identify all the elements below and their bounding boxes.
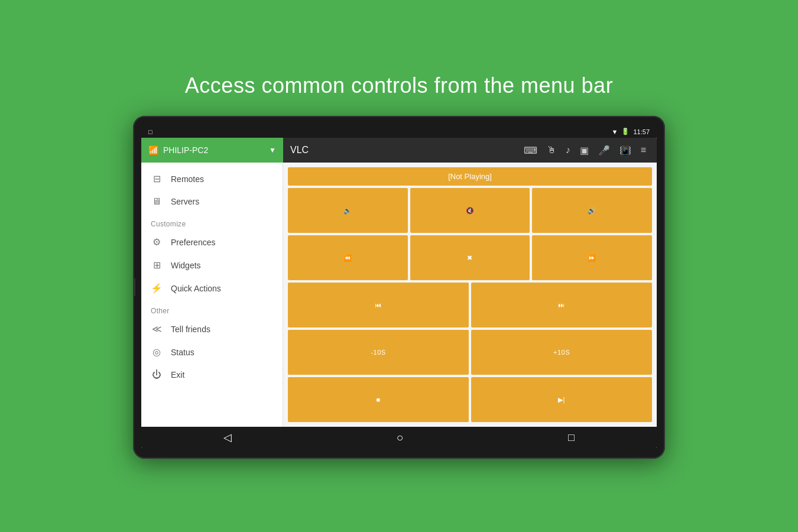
sidebar-item-preferences[interactable]: ⚙ Preferences: [141, 231, 283, 254]
tablet-frame: □ ▼ 🔋 11:57 📶 PHILIP-PC2 ▼ VLC ⌨ 🖱 ♪ ▣ 🎤: [133, 116, 665, 459]
plus10-button[interactable]: +10S: [471, 330, 652, 375]
mic-icon[interactable]: 🎤: [595, 142, 614, 158]
other-header: Other: [141, 300, 283, 317]
next-button[interactable]: ⏭: [471, 283, 652, 327]
remotes-icon: ⊟: [151, 173, 163, 184]
wifi-icon: 📶: [148, 145, 158, 155]
rewind-icon: ⏪: [343, 254, 352, 262]
step-forward-button[interactable]: ▶|: [471, 377, 652, 422]
minus10-button[interactable]: -10S: [288, 330, 469, 375]
mute-icon: 🔇: [466, 207, 475, 215]
app-bar: 📶 PHILIP-PC2 ▼ VLC ⌨ 🖱 ♪ ▣ 🎤 📳 ≡: [141, 138, 657, 163]
sidebar-item-remotes[interactable]: ⊟ Remotes: [141, 167, 283, 190]
mute-button[interactable]: 🔇: [410, 188, 530, 233]
sidebar-item-exit[interactable]: ⏻ Exit: [141, 364, 283, 386]
status-bar-left: □: [148, 128, 153, 135]
skip-row: -10S +10S: [288, 330, 652, 375]
step-forward-icon: ▶|: [558, 396, 565, 404]
volume-row: 🔈 🔇 🔊: [288, 188, 652, 233]
status-bar-right: ▼ 🔋 11:57: [612, 128, 650, 135]
stop-icon: ■: [376, 396, 380, 403]
preferences-icon: ⚙: [151, 236, 163, 248]
server-name[interactable]: PHILIP-PC2: [163, 145, 264, 155]
vibrate-icon[interactable]: 📳: [616, 142, 635, 158]
control-grid: 🔈 🔇 🔊 ⏪: [288, 188, 652, 422]
music-icon[interactable]: ♪: [562, 142, 574, 158]
now-playing-bar: [Not Playing]: [288, 167, 652, 186]
customize-header: Customize: [141, 213, 283, 231]
sidebar-label-status: Status: [171, 348, 194, 357]
app-bar-right: VLC ⌨ 🖱 ♪ ▣ 🎤 📳 ≡: [283, 138, 657, 163]
stop-row: ■ ▶|: [288, 377, 652, 422]
fast-forward-button[interactable]: ⏩: [532, 235, 652, 280]
clock: 11:57: [633, 128, 650, 135]
sidebar-label-remotes: Remotes: [171, 174, 204, 184]
home-button[interactable]: ○: [387, 429, 413, 447]
sidebar-item-tell-friends[interactable]: ≪ Tell friends: [141, 317, 283, 340]
minus10-label: -10S: [371, 349, 385, 356]
app-title: VLC: [290, 145, 518, 155]
vol-down-button[interactable]: 🔈: [288, 188, 408, 233]
main-content: ⊟ Remotes 🖥 Servers Customize ⚙ Preferen…: [141, 163, 657, 427]
battery-indicator: □: [148, 128, 153, 135]
back-button[interactable]: ◁: [214, 429, 241, 446]
sidebar-item-widgets[interactable]: ⊞ Widgets: [141, 254, 283, 277]
servers-icon: 🖥: [151, 196, 163, 207]
next-icon: ⏭: [558, 301, 565, 309]
status-icon: ◎: [151, 346, 163, 358]
rewind-button[interactable]: ⏪: [288, 235, 408, 280]
sidebar: ⊟ Remotes 🖥 Servers Customize ⚙ Preferen…: [141, 163, 283, 427]
sidebar-label-preferences: Preferences: [171, 238, 215, 247]
status-bar: □ ▼ 🔋 11:57: [141, 126, 657, 138]
sidebar-item-servers[interactable]: 🖥 Servers: [141, 190, 283, 213]
remote-area: [Not Playing] 🔈 🔇 🔊: [283, 163, 657, 427]
vol-down-icon: 🔈: [343, 207, 352, 215]
wifi-indicator: ▼: [612, 128, 618, 135]
prev-button[interactable]: ⏮: [288, 283, 469, 327]
dropdown-icon[interactable]: ▼: [269, 146, 276, 154]
fullscreen-icon: ✖: [467, 254, 473, 262]
nav-bar: ◁ ○ □: [141, 427, 657, 448]
fast-forward-icon: ⏩: [588, 254, 596, 262]
recents-button[interactable]: □: [559, 429, 584, 446]
sidebar-label-widgets: Widgets: [171, 261, 201, 270]
stop-button[interactable]: ■: [288, 377, 469, 422]
now-playing-text: [Not Playing]: [448, 172, 492, 181]
sidebar-label-servers: Servers: [171, 197, 199, 206]
fullscreen-button[interactable]: ✖: [410, 235, 530, 280]
keyboard-icon[interactable]: ⌨: [520, 142, 541, 158]
prev-next-row: ⏮ ⏭: [288, 283, 652, 327]
menu-icon[interactable]: ≡: [637, 142, 650, 158]
widgets-icon: ⊞: [151, 259, 163, 271]
share-icon: ≪: [151, 323, 163, 335]
vol-up-icon: 🔊: [588, 207, 596, 215]
sidebar-label-tell-friends: Tell friends: [171, 325, 210, 334]
mouse-icon[interactable]: 🖱: [543, 142, 560, 158]
app-bar-left: 📶 PHILIP-PC2 ▼: [141, 138, 283, 163]
screen: 📶 PHILIP-PC2 ▼ VLC ⌨ 🖱 ♪ ▣ 🎤 📳 ≡ ⊟: [141, 138, 657, 448]
side-button: [133, 278, 135, 296]
screen-icon[interactable]: ▣: [576, 142, 592, 158]
sidebar-label-exit: Exit: [171, 370, 184, 379]
page-title: Access common controls from the menu bar: [185, 73, 613, 98]
battery-icon: 🔋: [621, 128, 630, 135]
sidebar-item-quick-actions[interactable]: ⚡ Quick Actions: [141, 277, 283, 300]
seek-row: ⏪ ✖ ⏩: [288, 235, 652, 280]
exit-icon: ⏻: [151, 369, 163, 380]
sidebar-item-status[interactable]: ◎ Status: [141, 340, 283, 364]
quick-actions-icon: ⚡: [151, 283, 163, 294]
vol-up-button[interactable]: 🔊: [532, 188, 652, 233]
sidebar-label-quick-actions: Quick Actions: [171, 284, 221, 293]
plus10-label: +10S: [553, 349, 570, 356]
prev-icon: ⏮: [375, 301, 382, 309]
